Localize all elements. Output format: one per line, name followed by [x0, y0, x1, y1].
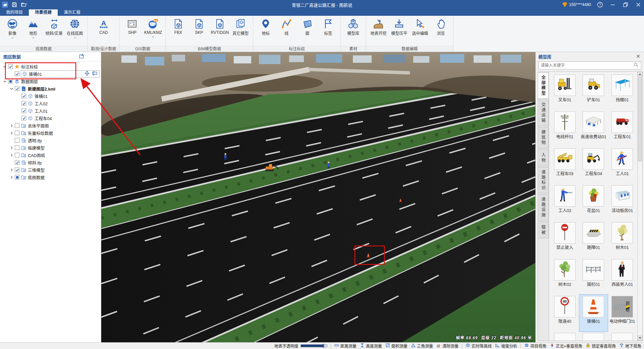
- rename-icon[interactable]: [92, 71, 97, 77]
- ribbon-button[interactable]: 其它模型: [230, 17, 251, 46]
- expander-open-icon[interactable]: [2, 64, 7, 69]
- layer-checkbox-partial[interactable]: [8, 79, 13, 84]
- statusbar-button[interactable]: 正北+垂直视角: [550, 343, 582, 349]
- scrollbar-thumb[interactable]: [638, 78, 642, 161]
- tab-my-projects[interactable]: 我的项目: [0, 9, 29, 16]
- layer-tree-row[interactable]: 工程车04: [0, 114, 101, 122]
- model-item[interactable]: 树木01: [608, 221, 637, 258]
- model-item[interactable]: 电线杆01: [550, 110, 579, 147]
- statusbar-button[interactable]: 坡度分析: [495, 343, 517, 349]
- ribbon-button[interactable]: SHP: [122, 17, 143, 46]
- layer-checkbox-partial[interactable]: [15, 175, 19, 180]
- category-tab[interactable]: 人物: [538, 149, 549, 166]
- tab-scene-build[interactable]: 场景搭建: [29, 9, 58, 16]
- layer-checkbox-on[interactable]: [21, 108, 26, 113]
- layer-tree-row[interactable]: 锥桶01: [0, 92, 101, 100]
- model-search-input[interactable]: [541, 63, 634, 68]
- ribbon-button[interactable]: 模型库: [343, 17, 364, 46]
- statusbar-button[interactable]: 清除测量: [436, 343, 459, 349]
- layer-tree-row[interactable]: 临建模型: [0, 144, 101, 151]
- layer-checkbox-on[interactable]: [21, 101, 26, 106]
- layer-checkbox-off[interactable]: [15, 131, 19, 135]
- layer-tree-row[interactable]: 矢量标绘数据: [0, 129, 101, 137]
- close-button[interactable]: [633, 0, 644, 9]
- model-item[interactable]: 树木02: [550, 258, 579, 295]
- layer-checkbox-off[interactable]: [15, 153, 19, 157]
- layer-tree-row[interactable]: 倾斜.lfp: [0, 159, 101, 166]
- statusbar-button[interactable]: 地下视角: [619, 343, 641, 349]
- layer-checkbox-off[interactable]: [15, 145, 19, 150]
- layer-tree-row[interactable]: 锥桶01: [0, 70, 101, 78]
- layer-checkbox-on[interactable]: [21, 116, 26, 120]
- open-folder-icon[interactable]: [21, 2, 27, 8]
- statusbar-button[interactable]: 项目视角: [524, 343, 546, 349]
- expander-closed-icon[interactable]: [9, 123, 14, 128]
- ribbon-button[interactable]: 标签: [318, 17, 338, 46]
- restore-button[interactable]: [620, 0, 631, 9]
- ribbon-button[interactable]: 地表开挖: [368, 17, 389, 46]
- category-tab[interactable]: 建筑物: [538, 127, 549, 148]
- model-item[interactable]: 西装男人01: [608, 258, 637, 295]
- model-item[interactable]: 40限速40: [550, 295, 579, 332]
- ribbon-button[interactable]: 倾斜/实景: [44, 17, 64, 46]
- ribbon-button[interactable]: 线: [276, 17, 297, 46]
- layer-tree-row[interactable]: 底图数据: [0, 173, 101, 181]
- model-item[interactable]: 花盆01: [579, 184, 608, 221]
- user-account[interactable]: 155****4480: [569, 2, 591, 7]
- ribbon-button[interactable]: 地形: [23, 17, 44, 46]
- minimize-button[interactable]: [607, 0, 619, 9]
- ribbon-button[interactable]: 浏览: [430, 17, 451, 46]
- expander-open-icon[interactable]: [9, 86, 14, 91]
- new-layer-icon[interactable]: [79, 53, 84, 60]
- ribbon-button[interactable]: 地标: [255, 17, 276, 46]
- expander-closed-icon[interactable]: [9, 174, 14, 180]
- ribbon-button[interactable]: 选中编辑: [410, 17, 430, 46]
- model-item[interactable]: 铲车01: [579, 73, 608, 110]
- ribbon-button[interactable]: FBX: [168, 17, 189, 46]
- model-item-partial[interactable]: [608, 332, 637, 341]
- category-tab[interactable]: 道路设施: [538, 194, 549, 220]
- ribbon-button[interactable]: 模型压平: [389, 17, 410, 46]
- save-icon[interactable]: [11, 2, 17, 8]
- ribbon-button[interactable]: SKP: [189, 17, 209, 46]
- category-tab[interactable]: 道路标识: [538, 167, 549, 193]
- layer-checkbox-on[interactable]: [15, 167, 19, 172]
- model-item[interactable]: 工人02: [550, 184, 579, 221]
- panel-close-icon[interactable]: [635, 53, 641, 59]
- layer-tree-row[interactable]: 透明.lfp: [0, 137, 101, 144]
- chevron-down-icon[interactable]: [11, 36, 14, 39]
- search-icon[interactable]: [634, 62, 639, 69]
- layer-tree-row[interactable]: 工人01: [0, 107, 101, 114]
- ribbon-button[interactable]: 在线底图: [64, 17, 85, 46]
- ribbon-button[interactable]: RVT/DGN: [209, 17, 230, 46]
- statusbar-button[interactable]: 三角测量: [411, 343, 433, 349]
- statusbar-button[interactable]: 实时等高线: [466, 343, 492, 349]
- layer-tree-row[interactable]: 数据图层: [0, 78, 101, 85]
- model-item-partial[interactable]: [579, 332, 608, 341]
- selected-layer-box[interactable]: 锥桶01: [21, 70, 100, 78]
- layer-checkbox-on[interactable]: [15, 86, 19, 91]
- expander-closed-icon[interactable]: [9, 152, 14, 158]
- model-grid-scrollbar[interactable]: [637, 72, 642, 341]
- category-tab[interactable]: 全部模型: [538, 72, 549, 99]
- scroll-up-icon[interactable]: [638, 72, 642, 77]
- model-item-partial[interactable]: [550, 332, 579, 341]
- statusbar-button[interactable]: 高度测量: [360, 343, 382, 349]
- chevron-down-icon[interactable]: [73, 36, 77, 39]
- expander-closed-icon[interactable]: [9, 145, 14, 150]
- layer-tree-row[interactable]: 三维模型: [0, 166, 101, 173]
- model-item[interactable]: 围栏01: [579, 258, 608, 295]
- model-item[interactable]: 活动板房01: [608, 184, 637, 221]
- ribbon-button[interactable]: 影像: [2, 17, 23, 46]
- help-button[interactable]: ?: [594, 0, 606, 9]
- terrain-opacity-slider[interactable]: [301, 344, 327, 347]
- model-item[interactable]: 工人01: [608, 147, 637, 184]
- layer-tree-row[interactable]: 工人02: [0, 100, 101, 107]
- model-item[interactable]: 锥桶01: [579, 295, 608, 332]
- statusbar-button[interactable]: 面积测量: [385, 343, 408, 349]
- model-item[interactable]: 高速收费站01: [579, 110, 608, 147]
- layer-checkbox-on[interactable]: [15, 71, 19, 76]
- layer-checkbox-off[interactable]: [15, 138, 19, 143]
- viewport-3d[interactable]: 帧率 68.69层级 22距地面 40.96 米: [101, 52, 535, 342]
- statusbar-button[interactable]: 锁定垂直视角: [586, 343, 616, 349]
